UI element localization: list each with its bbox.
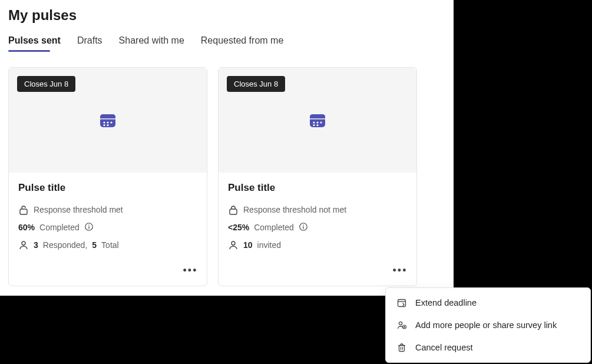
responded-count: 3 — [34, 240, 38, 250]
menu-label: Add more people or share survey link — [415, 320, 557, 330]
threshold-text: Response threshold met — [34, 205, 123, 214]
menu-item-cancel-request[interactable]: Cancel request — [386, 336, 590, 359]
calendar-icon — [396, 297, 407, 308]
completed-label: Completed — [254, 223, 294, 232]
completed-pct: 60% — [18, 223, 35, 232]
completed-row: <25% Completed — [228, 222, 407, 233]
tab-drafts[interactable]: Drafts — [77, 35, 102, 51]
card-body: Pulse title Response threshold not met <… — [219, 173, 416, 286]
tab-pulses-sent[interactable]: Pulses sent — [8, 35, 61, 51]
more-button[interactable]: ••• — [392, 262, 408, 279]
tab-shared-with-me[interactable]: Shared with me — [119, 35, 184, 51]
pulse-card[interactable]: Closes Jun 8 Pulse title Response thresh… — [218, 67, 417, 286]
people-row: 10 invited — [228, 240, 407, 250]
more-button[interactable]: ••• — [182, 262, 199, 279]
info-icon[interactable] — [299, 222, 309, 233]
threshold-text: Response threshold not met — [243, 205, 346, 214]
menu-item-add-people[interactable]: Add more people or share survey link — [386, 314, 590, 336]
info-icon[interactable] — [84, 222, 95, 233]
cards-row: Closes Jun 8 Pulse title Response thresh… — [8, 67, 445, 286]
closes-badge: Closes Jun 8 — [227, 76, 285, 92]
pulse-title: Pulse title — [18, 182, 197, 194]
person-icon — [228, 240, 239, 250]
people-row: 3 Responded, 5 Total — [18, 240, 197, 250]
people-add-icon — [396, 320, 407, 330]
calendar-icon — [309, 111, 326, 129]
calendar-icon — [99, 111, 117, 129]
invited-count: 10 — [243, 240, 253, 250]
completed-row: 60% Completed — [18, 222, 197, 233]
threshold-row: Response threshold met — [18, 204, 197, 215]
trash-icon — [396, 342, 407, 353]
invited-label: invited — [257, 240, 281, 250]
card-body: Pulse title Response threshold met 60% C… — [9, 173, 207, 286]
tab-requested-from-me[interactable]: Requested from me — [201, 35, 284, 51]
pulse-title: Pulse title — [228, 182, 407, 194]
person-icon — [18, 240, 29, 250]
page-title: My pulses — [8, 7, 445, 24]
card-hero: Closes Jun 8 — [219, 68, 416, 173]
pulse-card[interactable]: Closes Jun 8 Pulse title Response thresh… — [8, 67, 207, 286]
lock-open-icon — [18, 204, 29, 215]
lock-closed-icon — [228, 204, 239, 215]
threshold-row: Response threshold not met — [228, 204, 407, 215]
card-hero: Closes Jun 8 — [9, 68, 207, 173]
menu-label: Extend deadline — [415, 298, 477, 307]
total-label: Total — [101, 240, 119, 250]
total-count: 5 — [92, 240, 97, 250]
more-icon: ••• — [393, 264, 408, 277]
menu-label: Cancel request — [415, 343, 473, 352]
closes-badge: Closes Jun 8 — [17, 76, 75, 92]
more-icon: ••• — [183, 264, 198, 277]
context-menu: Extend deadline Add more people or share… — [385, 287, 591, 363]
tabs: Pulses sent Drafts Shared with me Reques… — [8, 35, 445, 51]
app-surface: My pulses Pulses sent Drafts Shared with… — [0, 0, 454, 296]
menu-item-extend-deadline[interactable]: Extend deadline — [386, 292, 590, 314]
responded-label: Responded, — [43, 240, 88, 250]
completed-label: Completed — [39, 223, 80, 232]
completed-pct: <25% — [228, 223, 249, 232]
